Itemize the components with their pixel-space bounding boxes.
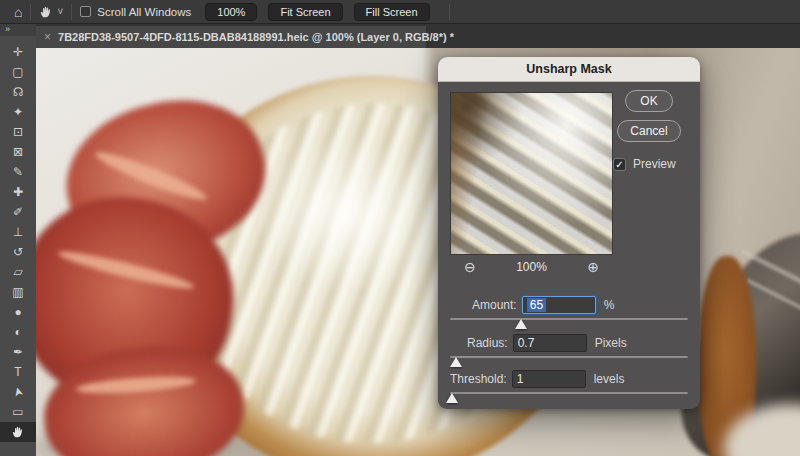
tool-bar: » ✛ ▢ ☊ ✦ ⊡ ⊠ ✎ ✚ ✐ ⊥ ↺ ▱ ▥ ● ◐ ✒ T ➤ ▭ <box>0 24 36 456</box>
radius-slider-track[interactable] <box>450 356 688 358</box>
amount-slider[interactable] <box>448 317 690 329</box>
brush-tool-icon: ✐ <box>13 205 23 219</box>
radius-input[interactable]: 0.7 <box>513 334 587 352</box>
blur-tool-icon: ● <box>14 305 21 319</box>
ok-button[interactable]: OK <box>625 90 673 112</box>
zoom-100-button[interactable]: 100% <box>205 3 257 21</box>
dodge-tool-icon: ◐ <box>14 325 21 339</box>
clone-stamp-tool-icon: ⊥ <box>13 225 23 239</box>
gradient-tool-icon: ▥ <box>12 285 23 299</box>
pen-tool[interactable]: ✒ <box>0 342 36 362</box>
photoshop-window: ⌂ ˅ Scroll All Windows 100% Fit Screen F… <box>0 0 800 456</box>
amount-slider-track[interactable] <box>450 318 688 320</box>
chevron-down-icon[interactable]: ˅ <box>57 6 63 17</box>
gradient-tool[interactable]: ▥ <box>0 282 36 302</box>
object-selection-tool[interactable]: ✦ <box>0 102 36 122</box>
hand-tool[interactable] <box>0 422 36 442</box>
radius-row: Radius: 0.7 Pixels <box>448 333 690 353</box>
tab-close-icon[interactable]: × <box>44 30 51 44</box>
radius-label: Radius: <box>467 336 508 350</box>
radius-suffix: Pixels <box>595 336 627 350</box>
move-tool-icon: ✛ <box>13 45 23 59</box>
fit-screen-button[interactable]: Fit Screen <box>268 3 342 21</box>
threshold-label: Threshold: <box>450 372 507 386</box>
amount-suffix: % <box>604 298 615 312</box>
clone-stamp-tool[interactable]: ⊥ <box>0 222 36 242</box>
rectangle-tool-icon: ▭ <box>12 405 23 419</box>
tab-bar: × 7B28FD38-9507-4DFD-8115-DBAB84188991.h… <box>36 24 800 48</box>
brush-tool[interactable]: ✐ <box>0 202 36 222</box>
scroll-all-windows-label: Scroll All Windows <box>97 6 191 18</box>
photo-cream-highlight <box>250 133 446 295</box>
radius-value: 0.7 <box>518 336 535 350</box>
filter-preview-image[interactable] <box>450 92 613 255</box>
threshold-slider-thumb[interactable] <box>446 393 458 403</box>
radius-slider-thumb[interactable] <box>450 357 462 367</box>
eyedropper-tool-icon: ✎ <box>13 165 23 179</box>
document-tab-title: 7B28FD38-9507-4DFD-8115-DBAB84188991.hei… <box>58 31 454 43</box>
threshold-input[interactable]: 1 <box>512 370 586 388</box>
history-brush-tool-icon: ↺ <box>13 245 23 259</box>
preview-checkbox[interactable]: ✓ <box>613 158 626 171</box>
eraser-tool[interactable]: ▱ <box>0 262 36 282</box>
hand-tool-icon <box>11 425 25 439</box>
divider <box>71 4 72 20</box>
crop-tool-icon: ⊡ <box>13 125 23 139</box>
eraser-tool-icon: ▱ <box>13 265 22 279</box>
options-bar: ⌂ ˅ Scroll All Windows 100% Fit Screen F… <box>0 0 800 24</box>
frame-tool-icon: ⊠ <box>13 145 23 159</box>
dialog-button-column: OK Cancel ✓ Preview <box>611 90 687 171</box>
radius-slider[interactable] <box>448 355 690 367</box>
crop-tool[interactable]: ⊡ <box>0 122 36 142</box>
preview-zoom-level: 100% <box>516 260 547 274</box>
lasso-tool-icon: ☊ <box>13 85 24 99</box>
document-canvas[interactable]: Unsharp Mask ⊖ 100% ⊕ OK Cancel ✓ Previe… <box>36 48 800 456</box>
marquee-tool[interactable]: ▢ <box>0 62 36 82</box>
lasso-tool[interactable]: ☊ <box>0 82 36 102</box>
divider <box>449 4 450 20</box>
home-icon[interactable]: ⌂ <box>14 4 22 20</box>
marquee-tool-icon: ▢ <box>12 65 23 79</box>
threshold-slider-track[interactable] <box>450 392 688 394</box>
tool-list: ✛ ▢ ☊ ✦ ⊡ ⊠ ✎ ✚ ✐ ⊥ ↺ ▱ ▥ ● ◐ ✒ T ➤ ▭ <box>0 36 36 442</box>
preview-zoom-controls: ⊖ 100% ⊕ <box>450 259 613 275</box>
preview-label: Preview <box>633 157 676 171</box>
rectangle-tool[interactable]: ▭ <box>0 402 36 422</box>
eyedropper-tool[interactable]: ✎ <box>0 162 36 182</box>
zoom-in-icon[interactable]: ⊕ <box>587 259 599 275</box>
document-tab[interactable]: × 7B28FD38-9507-4DFD-8115-DBAB84188991.h… <box>36 26 426 48</box>
dodge-tool[interactable]: ◐ <box>0 322 36 342</box>
threshold-suffix: levels <box>594 372 625 386</box>
blur-tool[interactable]: ● <box>0 302 36 322</box>
healing-brush-tool[interactable]: ✚ <box>0 182 36 202</box>
threshold-value: 1 <box>517 372 524 386</box>
toolbar-overflow-icon[interactable]: » <box>0 24 36 36</box>
cancel-button[interactable]: Cancel <box>617 120 681 142</box>
amount-row: Amount: 65 % <box>448 295 690 315</box>
fill-screen-button[interactable]: Fill Screen <box>354 3 430 21</box>
type-tool-icon: T <box>14 365 21 379</box>
healing-brush-tool-icon: ✚ <box>13 185 23 199</box>
object-selection-tool-icon: ✦ <box>13 105 23 119</box>
zoom-out-icon[interactable]: ⊖ <box>464 259 476 275</box>
type-tool[interactable]: T <box>0 362 36 382</box>
scroll-all-windows-checkbox[interactable] <box>80 6 91 17</box>
pen-tool-icon: ✒ <box>13 345 23 359</box>
path-selection-tool[interactable]: ➤ <box>0 382 36 402</box>
amount-value: 65 <box>527 298 546 312</box>
unsharp-mask-dialog: Unsharp Mask ⊖ 100% ⊕ OK Cancel ✓ Previe… <box>438 57 700 409</box>
dialog-title[interactable]: Unsharp Mask <box>438 57 700 82</box>
frame-tool[interactable]: ⊠ <box>0 142 36 162</box>
hand-tool-options-icon[interactable] <box>39 5 53 19</box>
threshold-slider[interactable] <box>448 391 690 403</box>
history-brush-tool[interactable]: ↺ <box>0 242 36 262</box>
move-tool[interactable]: ✛ <box>0 42 36 62</box>
threshold-row: Threshold: 1 levels <box>448 369 690 389</box>
scroll-all-windows-option[interactable]: Scroll All Windows <box>80 6 191 18</box>
path-selection-tool-icon: ➤ <box>10 385 26 398</box>
divider <box>30 4 31 20</box>
amount-label: Amount: <box>472 298 517 312</box>
amount-slider-thumb[interactable] <box>515 319 527 329</box>
amount-input[interactable]: 65 <box>522 296 596 314</box>
preview-toggle[interactable]: ✓ Preview <box>613 157 676 171</box>
